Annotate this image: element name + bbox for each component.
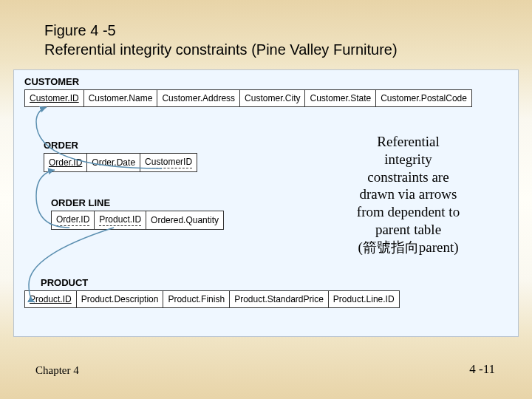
customer-col-state: Customer.State: [305, 90, 376, 107]
customer-table: Customer.ID Customer.Name Customer.Addre…: [24, 89, 472, 107]
footer-chapter: Chapter 4: [35, 364, 79, 377]
product-col-price: Product.StandardPrice: [230, 291, 329, 308]
customer-col-postal: Customer.PostalCode: [376, 90, 472, 107]
title-line-2: Referential integrity constraints (Pine …: [44, 40, 398, 59]
product-col-id: Product.ID: [25, 291, 77, 308]
orderline-col-orderid: Order.ID: [52, 211, 95, 230]
order-col-id: Order.ID: [44, 154, 87, 172]
title-line-1: Figure 4 -5: [44, 21, 398, 40]
order-col-customerid: CustomerID: [140, 154, 197, 172]
orderline-col-qty: Ordered.Quantity: [146, 211, 224, 230]
customer-label: CUSTOMER: [24, 76, 79, 87]
order-col-date: Order.Date: [87, 154, 140, 172]
orderline-label: ORDER LINE: [51, 197, 110, 208]
customer-col-address: Customer.Address: [157, 90, 240, 107]
product-col-desc: Product.Description: [76, 291, 163, 308]
footer-page: 4 -11: [469, 362, 495, 377]
callout-text: Referential integrity constraints are dr…: [321, 133, 495, 256]
customer-col-name: Customer.Name: [83, 90, 157, 107]
customer-col-city: Customer.City: [240, 90, 305, 107]
product-table: Product.ID Product.Description Product.F…: [24, 290, 400, 308]
orderline-table: Order.ID Product.ID Ordered.Quantity: [51, 211, 224, 230]
figure-title: Figure 4 -5 Referential integrity constr…: [44, 21, 398, 59]
product-col-finish: Product.Finish: [163, 291, 230, 308]
orderline-col-productid: Product.ID: [95, 211, 146, 230]
order-label: ORDER: [44, 140, 78, 151]
order-table: Order.ID Order.Date CustomerID: [44, 153, 197, 172]
customer-col-id: Customer.ID: [25, 90, 84, 107]
product-col-lineid: Product.Line.ID: [328, 291, 399, 308]
product-label: PRODUCT: [41, 277, 88, 288]
